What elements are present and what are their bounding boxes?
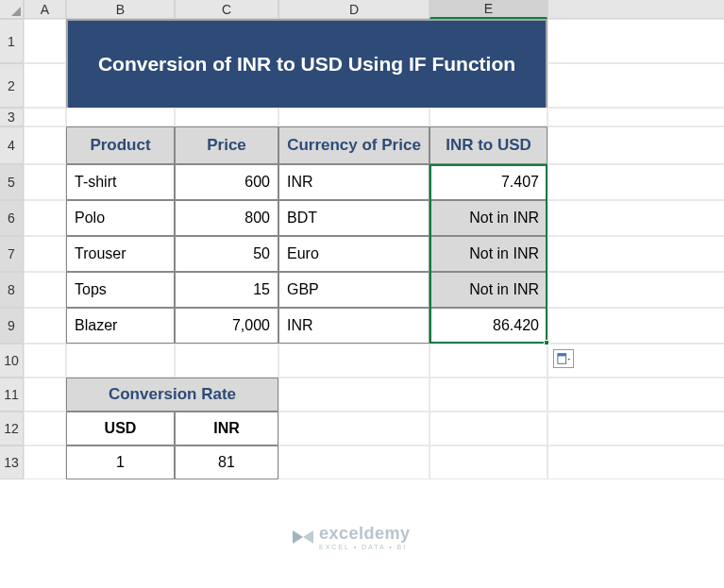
watermark-logo-icon bbox=[293, 527, 313, 547]
cell[interactable] bbox=[24, 412, 66, 445]
table-cell[interactable]: Not in INR bbox=[429, 272, 547, 308]
table-cell[interactable]: BDT bbox=[278, 200, 429, 236]
cell[interactable] bbox=[547, 19, 724, 63]
watermark: exceldemy EXCEL • DATA • BI bbox=[293, 524, 411, 550]
row-header-6[interactable]: 6 bbox=[0, 200, 24, 236]
page-title: Conversion of INR to USD Using IF Functi… bbox=[66, 19, 547, 108]
cell[interactable] bbox=[429, 412, 547, 445]
column-header-a[interactable]: A bbox=[24, 0, 66, 19]
conversion-value[interactable]: 81 bbox=[175, 445, 278, 479]
table-cell[interactable]: 86.420 bbox=[429, 308, 547, 344]
conversion-title[interactable]: Conversion Rate bbox=[66, 378, 278, 412]
column-header-e[interactable]: E bbox=[429, 0, 547, 19]
row-header-13[interactable]: 13 bbox=[0, 445, 24, 479]
cell[interactable] bbox=[24, 63, 66, 108]
row-header-5[interactable]: 5 bbox=[0, 164, 24, 200]
table-header[interactable]: Price bbox=[175, 126, 278, 164]
table-cell[interactable]: 800 bbox=[175, 200, 278, 236]
watermark-tagline: EXCEL • DATA • BI bbox=[319, 544, 411, 550]
table-cell[interactable]: Not in INR bbox=[429, 236, 547, 272]
cell[interactable] bbox=[24, 108, 66, 126]
table-cell[interactable]: Trouser bbox=[66, 236, 175, 272]
table-cell[interactable]: 600 bbox=[175, 164, 278, 200]
fill-handle[interactable] bbox=[544, 340, 549, 345]
table-header[interactable]: Currency of Price bbox=[278, 126, 429, 164]
cell[interactable] bbox=[429, 344, 547, 378]
cell[interactable] bbox=[175, 108, 278, 126]
cell[interactable] bbox=[24, 164, 66, 200]
row-header-2[interactable]: 2 bbox=[0, 63, 24, 108]
svg-rect-1 bbox=[558, 354, 566, 357]
cell[interactable] bbox=[24, 19, 66, 63]
table-header[interactable]: INR to USD bbox=[429, 126, 547, 164]
autofill-options-icon bbox=[557, 352, 570, 365]
column-header-b[interactable]: B bbox=[66, 0, 175, 19]
conversion-value[interactable]: 1 bbox=[66, 445, 175, 479]
row-header-8[interactable]: 8 bbox=[0, 272, 24, 308]
cell[interactable] bbox=[429, 108, 547, 126]
cell[interactable] bbox=[24, 200, 66, 236]
table-header[interactable]: Product bbox=[66, 126, 175, 164]
table-cell[interactable]: Not in INR bbox=[429, 200, 547, 236]
row-header-11[interactable]: 11 bbox=[0, 378, 24, 412]
cell[interactable] bbox=[278, 445, 429, 479]
table-cell[interactable]: INR bbox=[278, 164, 429, 200]
cell[interactable] bbox=[547, 126, 724, 164]
table-cell[interactable]: GBP bbox=[278, 272, 429, 308]
cell[interactable] bbox=[24, 236, 66, 272]
table-cell[interactable]: Tops bbox=[66, 272, 175, 308]
autofill-options-button[interactable] bbox=[553, 349, 574, 368]
cell[interactable] bbox=[66, 108, 175, 126]
conversion-header[interactable]: USD bbox=[66, 412, 175, 445]
conversion-header[interactable]: INR bbox=[175, 412, 278, 445]
cell[interactable] bbox=[278, 108, 429, 126]
cell[interactable] bbox=[24, 272, 66, 308]
row-header-7[interactable]: 7 bbox=[0, 236, 24, 272]
cell[interactable] bbox=[278, 412, 429, 445]
cell[interactable] bbox=[547, 308, 724, 344]
column-header-overflow[interactable] bbox=[547, 0, 724, 19]
cell[interactable] bbox=[547, 108, 724, 126]
row-header-12[interactable]: 12 bbox=[0, 412, 24, 445]
cell[interactable] bbox=[547, 272, 724, 308]
column-header-c[interactable]: C bbox=[175, 0, 278, 19]
cell[interactable] bbox=[278, 378, 429, 412]
row-header-10[interactable]: 10 bbox=[0, 344, 24, 378]
table-cell[interactable]: 7,000 bbox=[175, 308, 278, 344]
table-cell[interactable]: T-shirt bbox=[66, 164, 175, 200]
column-header-d[interactable]: D bbox=[278, 0, 429, 19]
table-cell[interactable]: 7.407 bbox=[429, 164, 547, 200]
cell[interactable] bbox=[547, 236, 724, 272]
table-cell[interactable]: 15 bbox=[175, 272, 278, 308]
table-cell[interactable]: INR bbox=[278, 308, 429, 344]
table-cell[interactable]: Blazer bbox=[66, 308, 175, 344]
cell[interactable] bbox=[547, 445, 724, 479]
cell[interactable] bbox=[429, 445, 547, 479]
cell[interactable] bbox=[547, 164, 724, 200]
row-header-9[interactable]: 9 bbox=[0, 308, 24, 344]
cell[interactable] bbox=[547, 200, 724, 236]
table-cell[interactable]: Euro bbox=[278, 236, 429, 272]
row-header-3[interactable]: 3 bbox=[0, 108, 24, 126]
cell[interactable] bbox=[547, 378, 724, 412]
cell[interactable] bbox=[547, 344, 724, 378]
row-header-4[interactable]: 4 bbox=[0, 126, 24, 164]
cell[interactable] bbox=[429, 378, 547, 412]
table-cell[interactable]: 50 bbox=[175, 236, 278, 272]
cell[interactable] bbox=[66, 344, 175, 378]
cell[interactable] bbox=[24, 344, 66, 378]
table-cell[interactable]: Polo bbox=[66, 200, 175, 236]
cell[interactable] bbox=[24, 445, 66, 479]
cell[interactable] bbox=[278, 344, 429, 378]
cell[interactable] bbox=[24, 378, 66, 412]
cell[interactable] bbox=[175, 344, 278, 378]
cell[interactable] bbox=[24, 126, 66, 164]
cell[interactable] bbox=[547, 63, 724, 108]
watermark-name: exceldemy bbox=[319, 524, 411, 544]
select-all-corner[interactable] bbox=[0, 0, 24, 19]
cell[interactable] bbox=[547, 412, 724, 445]
row-header-1[interactable]: 1 bbox=[0, 19, 24, 63]
cell[interactable] bbox=[24, 308, 66, 344]
